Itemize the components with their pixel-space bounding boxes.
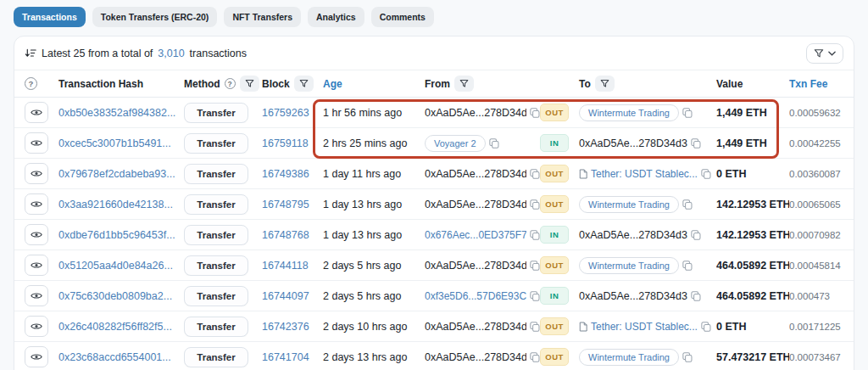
eye-preview-button[interactable] [25, 255, 48, 276]
copy-icon[interactable] [530, 291, 540, 301]
tab-transactions[interactable]: Transactions [14, 7, 86, 27]
from-party[interactable]: Voyager 2 [425, 135, 486, 152]
from-party[interactable]: 0xf3e5D6...57D6E93C [425, 290, 526, 302]
value-text: 142.12953 ETH [716, 229, 789, 241]
party-text: 0x676Aec...0ED375F7 [425, 229, 526, 241]
to-party[interactable]: Wintermute Trading [579, 104, 679, 121]
transaction-hash-link[interactable]: 0x26c408282f56ff82f5... [58, 321, 172, 333]
cell-direction: IN [540, 287, 579, 305]
column-from-label: From [425, 78, 450, 90]
tab-nft-transfers[interactable]: NFT Transfers [224, 7, 301, 27]
cell-from: 0x676Aec...0ED375F7 [425, 229, 540, 241]
transaction-row: 0x79678ef2cdabeba93... Transfer 16749386… [14, 159, 854, 189]
tab-analytics[interactable]: Analytics [308, 7, 364, 27]
tab-token-transfers[interactable]: Token Transfers (ERC-20) [92, 7, 218, 27]
block-link[interactable]: 16744097 [262, 290, 309, 302]
block-link[interactable]: 16742376 [262, 321, 309, 333]
method-help-icon[interactable]: ? [225, 78, 236, 89]
copy-icon[interactable] [691, 138, 701, 149]
block-link[interactable]: 16741704 [262, 351, 309, 363]
age-text: 1 day 13 hrs ago [323, 199, 402, 210]
column-age-sort-link[interactable]: Age [323, 78, 342, 90]
to-party[interactable]: Tether: USDT Stablec... [579, 168, 698, 180]
cell-txn-fee: 0.000473 [789, 291, 849, 301]
column-txn-fee-link[interactable]: Txn Fee [789, 78, 827, 90]
from-party[interactable]: 0xAaD5Ae...278D34d3 [425, 321, 526, 333]
tab-comments[interactable]: Comments [371, 7, 434, 27]
block-link[interactable]: 16748795 [262, 199, 309, 210]
copy-icon[interactable] [530, 108, 540, 118]
to-party[interactable]: 0xAaD5Ae...278D34d3 [579, 290, 687, 302]
cell-age: 2 days 13 hrs ago [323, 351, 425, 363]
block-link[interactable]: 16759118 [262, 137, 309, 149]
to-party[interactable]: Wintermute Trading [579, 257, 679, 274]
eye-preview-button[interactable] [25, 193, 48, 215]
eye-preview-button[interactable] [25, 224, 48, 245]
cell-value: 464.05892 ETH [716, 260, 789, 272]
copy-icon[interactable] [530, 199, 540, 210]
transaction-hash-link[interactable]: 0x75c630deb0809ba2... [58, 290, 172, 302]
cell-to: 0xAaD5Ae...278D34d3 [579, 229, 716, 241]
from-party[interactable]: 0xAaD5Ae...278D34d3 [425, 107, 526, 119]
copy-icon[interactable] [682, 352, 693, 362]
transaction-hash-link[interactable]: 0xdbe76d1bb5c96453f... [58, 229, 175, 241]
cell-from: 0xAaD5Ae...278D34d3 [425, 168, 540, 180]
method-filter-button[interactable] [240, 76, 259, 92]
eye-preview-button[interactable] [25, 285, 48, 306]
block-link[interactable]: 16759263 [262, 107, 309, 119]
from-party[interactable]: 0x676Aec...0ED375F7 [425, 229, 526, 241]
to-party[interactable]: 0xAaD5Ae...278D34d3 [579, 137, 687, 149]
to-party[interactable]: Wintermute Trading [579, 196, 679, 213]
from-filter-button[interactable] [454, 76, 474, 92]
copy-icon[interactable] [530, 322, 540, 332]
cell-method: Transfer [184, 103, 262, 123]
block-filter-button[interactable] [294, 76, 314, 92]
cell-direction: OUT [540, 348, 579, 366]
copy-icon[interactable] [489, 138, 499, 149]
help-icon[interactable]: ? [25, 77, 37, 90]
copy-icon[interactable] [691, 291, 701, 301]
block-link[interactable]: 16749386 [262, 168, 309, 180]
filter-dropdown-button[interactable] [806, 43, 843, 64]
transaction-hash-link[interactable]: 0x23c68accd6554001... [58, 351, 171, 363]
eye-preview-button[interactable] [25, 132, 48, 154]
transaction-hash-link[interactable]: 0xb50e38352af984382... [58, 107, 175, 119]
column-help: ? [25, 77, 58, 90]
party-text: Wintermute Trading [588, 261, 670, 271]
copy-icon[interactable] [530, 352, 540, 362]
from-party[interactable]: 0xAaD5Ae...278D34d3 [425, 199, 526, 210]
transaction-hash-link[interactable]: 0x51205aa4d0e84a26... [58, 260, 173, 272]
block-link[interactable]: 16744118 [262, 260, 309, 272]
cell-from: 0xAaD5Ae...278D34d3 [425, 351, 540, 363]
copy-icon[interactable] [682, 108, 693, 118]
transaction-hash-link[interactable]: 0xcec5c3007b1b5491... [58, 137, 171, 149]
cell-eye [25, 102, 58, 123]
cell-direction: OUT [540, 317, 579, 335]
eye-preview-button[interactable] [25, 346, 48, 367]
transaction-hash-link[interactable]: 0x3aa921660de42138... [58, 199, 173, 210]
from-party[interactable]: 0xAaD5Ae...278D34d3 [425, 351, 526, 363]
copy-icon[interactable] [530, 261, 540, 271]
to-party[interactable]: Wintermute Trading [579, 349, 679, 366]
copy-icon[interactable] [682, 261, 693, 271]
summary-total-link[interactable]: 3,010 [158, 48, 184, 59]
copy-icon[interactable] [701, 322, 711, 332]
copy-icon[interactable] [530, 230, 540, 240]
to-filter-button[interactable] [595, 76, 615, 92]
copy-icon[interactable] [682, 199, 693, 210]
value-text: 464.05892 ETH [716, 260, 789, 272]
copy-icon[interactable] [530, 169, 540, 179]
to-party[interactable]: Tether: USDT Stablec... [579, 321, 698, 333]
from-party[interactable]: 0xAaD5Ae...278D34d3 [425, 260, 526, 272]
age-text: 2 hrs 25 mins ago [323, 137, 407, 149]
copy-icon[interactable] [701, 169, 711, 179]
copy-icon[interactable] [691, 230, 701, 240]
eye-preview-button[interactable] [25, 102, 48, 123]
eye-preview-button[interactable] [25, 163, 48, 184]
transaction-hash-link[interactable]: 0x79678ef2cdabeba93... [58, 168, 175, 180]
cell-age: 1 day 11 hrs ago [323, 168, 425, 180]
to-party[interactable]: 0xAaD5Ae...278D34d3 [579, 229, 687, 241]
block-link[interactable]: 16748768 [262, 229, 309, 241]
from-party[interactable]: 0xAaD5Ae...278D34d3 [425, 168, 526, 180]
eye-preview-button[interactable] [25, 316, 48, 337]
